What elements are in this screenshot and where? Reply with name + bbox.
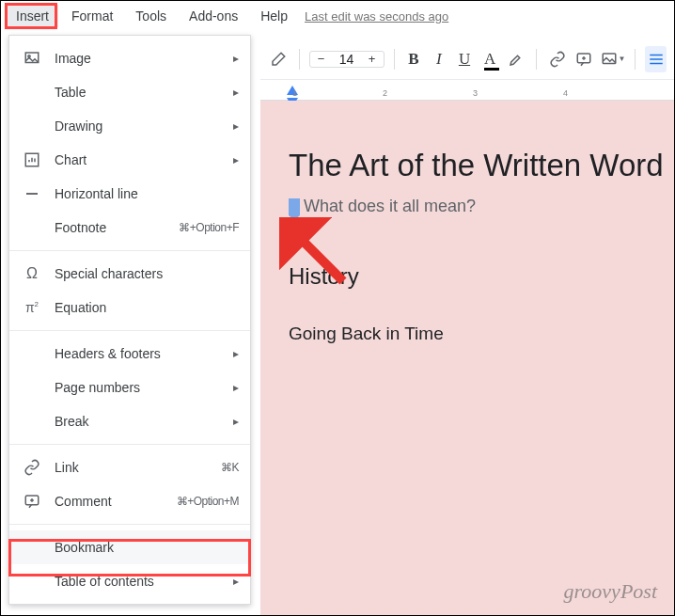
blank-icon — [23, 412, 41, 431]
ruler-tick: 2 — [383, 88, 387, 98]
insert-image-button[interactable]: ▼ — [601, 46, 626, 72]
doc-title[interactable]: The Art of the Written Word — [289, 148, 674, 183]
menu-shortcut: ⌘+Option+F — [179, 221, 239, 234]
menu-item-special-characters[interactable]: ΩSpecial characters — [9, 257, 250, 291]
text-color-button[interactable]: A — [480, 50, 500, 69]
menu-item-label: Break — [55, 414, 220, 429]
comment-icon — [23, 492, 41, 511]
insert-comment-button[interactable] — [573, 46, 595, 72]
menu-format[interactable]: Format — [62, 5, 122, 27]
chevron-right-icon: ▸ — [233, 153, 239, 166]
menu-item-bookmark[interactable]: Bookmark — [9, 530, 250, 564]
chevron-right-icon: ▸ — [233, 86, 239, 99]
font-size-stepper[interactable]: − 14 + — [309, 51, 385, 68]
menu-shortcut: ⌘+Option+M — [177, 495, 239, 508]
menu-separator — [9, 330, 250, 331]
omega-icon: Ω — [23, 264, 41, 283]
highlight-color-button[interactable] — [506, 46, 527, 72]
separator — [635, 49, 636, 70]
align-button[interactable] — [645, 46, 667, 72]
menu-item-label: Image — [55, 51, 220, 66]
menu-item-label: Page numbers — [55, 380, 220, 395]
menu-item-label: Bookmark — [55, 540, 239, 555]
separator — [299, 49, 300, 70]
chevron-right-icon: ▸ — [233, 381, 239, 394]
chevron-right-icon: ▸ — [233, 119, 239, 133]
last-edit-note[interactable]: Last edit was seconds ago — [305, 9, 448, 24]
hr-icon — [23, 184, 41, 203]
menu-item-label: Special characters — [55, 266, 239, 281]
menu-item-headers-footers[interactable]: Headers & footers▸ — [9, 337, 250, 371]
menu-separator — [9, 524, 250, 525]
menu-item-label: Drawing — [55, 118, 220, 134]
image-icon — [23, 49, 41, 68]
menu-item-drawing[interactable]: Drawing▸ — [9, 109, 250, 143]
blank-icon — [23, 344, 41, 363]
blank-icon — [23, 572, 41, 591]
pi-icon: π2 — [23, 298, 41, 317]
chevron-right-icon: ▸ — [233, 415, 239, 428]
insert-link-button[interactable] — [546, 46, 568, 72]
menu-tools[interactable]: Tools — [126, 5, 176, 27]
menu-item-footnote[interactable]: Footnote⌘+Option+F — [9, 211, 250, 245]
menu-separator — [9, 250, 250, 251]
doc-heading[interactable]: History — [289, 263, 674, 290]
font-size-increase[interactable]: + — [361, 52, 384, 66]
menu-item-comment[interactable]: Comment⌘+Option+M — [9, 484, 250, 518]
menu-addons[interactable]: Add-ons — [180, 5, 247, 27]
menu-separator — [9, 444, 250, 445]
watermark: groovyPost — [564, 579, 657, 604]
menu-item-table-of-contents[interactable]: Table of contents▸ — [9, 564, 250, 598]
menu-item-label: Comment — [55, 494, 164, 509]
document-canvas[interactable]: The Art of the Written Word What does it… — [260, 101, 674, 615]
toolbar: − 14 + B I U A ▼ — [260, 39, 674, 80]
menu-item-chart[interactable]: Chart▸ — [9, 143, 250, 177]
chevron-right-icon: ▸ — [233, 575, 239, 588]
menu-item-link[interactable]: Link⌘K — [9, 450, 250, 484]
menu-item-label: Table — [55, 85, 220, 100]
underline-button[interactable]: U — [454, 50, 474, 69]
chart-icon — [23, 150, 41, 169]
blank-icon — [23, 378, 41, 397]
menu-item-label: Link — [55, 460, 208, 475]
doc-subtitle[interactable]: What does it all mean? — [304, 197, 476, 216]
separator — [394, 49, 395, 70]
menu-insert[interactable]: Insert — [7, 5, 58, 27]
blank-icon — [23, 538, 41, 557]
menu-item-label: Equation — [55, 300, 239, 315]
menu-item-break[interactable]: Break▸ — [9, 404, 250, 438]
bookmark-icon[interactable] — [289, 198, 300, 215]
menu-item-label: Chart — [55, 152, 220, 167]
blank-icon — [23, 83, 41, 102]
ruler-tick: 1 — [292, 88, 297, 98]
doc-paragraph[interactable]: Going Back in Time — [289, 324, 674, 344]
italic-button[interactable]: I — [429, 50, 448, 69]
font-size-value[interactable]: 14 — [333, 52, 361, 67]
menu-help[interactable]: Help — [251, 5, 297, 27]
menu-item-horizontal-line[interactable]: Horizontal line — [9, 177, 250, 211]
menu-item-label: Horizontal line — [55, 186, 239, 201]
menu-item-label: Headers & footers — [55, 346, 220, 361]
menu-item-label: Table of contents — [55, 574, 220, 589]
menu-bar: Insert Format Tools Add-ons Help Last ed… — [1, 1, 674, 31]
font-size-decrease[interactable]: − — [310, 52, 333, 66]
doc-subtitle-line[interactable]: What does it all mean? — [289, 197, 674, 216]
separator — [536, 49, 537, 70]
insert-dropdown: Image▸Table▸Drawing▸Chart▸Horizontal lin… — [8, 35, 251, 605]
menu-item-label: Footnote — [55, 220, 165, 235]
chevron-right-icon: ▸ — [233, 52, 239, 65]
ruler-tick: 4 — [563, 88, 568, 98]
chevron-right-icon: ▸ — [233, 347, 239, 360]
ruler-tick: 3 — [473, 88, 478, 98]
menu-item-table[interactable]: Table▸ — [9, 75, 250, 109]
link-icon — [23, 458, 41, 477]
menu-item-equation[interactable]: π2Equation — [9, 291, 250, 324]
menu-item-image[interactable]: Image▸ — [9, 41, 250, 75]
menu-shortcut: ⌘K — [221, 461, 239, 474]
blank-icon — [23, 117, 41, 135]
ruler[interactable]: 1 2 3 4 — [260, 80, 674, 101]
blank-icon — [23, 218, 41, 237]
bold-button[interactable]: B — [403, 50, 423, 69]
menu-item-page-numbers[interactable]: Page numbers▸ — [9, 371, 250, 404]
paint-format-button[interactable] — [268, 46, 290, 72]
